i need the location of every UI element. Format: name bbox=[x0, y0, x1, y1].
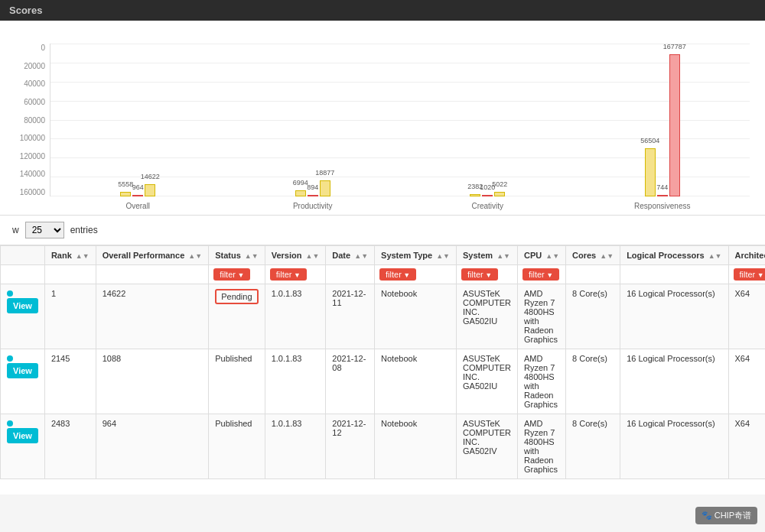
bar-1-0: 6994 bbox=[295, 190, 306, 196]
col-header-rank: Rank ▲▼ bbox=[44, 246, 96, 265]
table-header-row: Rank ▲▼ Overall Performance ▲▼ Status ▲▼… bbox=[1, 246, 766, 265]
chart-group-label: Productivity bbox=[293, 202, 333, 210]
filter-cpu: filter bbox=[517, 265, 565, 284]
filter-version-btn[interactable]: filter bbox=[270, 268, 307, 281]
filter-arch-btn[interactable]: filter bbox=[734, 268, 766, 281]
chart-group-bars: 555896414622 bbox=[120, 184, 155, 196]
bar-3-0: 56504 bbox=[645, 148, 656, 196]
entries-select[interactable]: 10 25 50 100 bbox=[25, 222, 64, 238]
chart-container: 160000 140000 120000 100000 80000 60000 … bbox=[15, 28, 750, 196]
cell-logical: 16 Logical Processor(s) bbox=[620, 284, 728, 349]
table-row: View2483964Published1.0.1.832021-12-12No… bbox=[1, 414, 766, 479]
cell-performance: 14622 bbox=[96, 284, 209, 349]
table-wrapper: Rank ▲▼ Overall Performance ▲▼ Status ▲▼… bbox=[0, 245, 765, 495]
chart-group-label: Responsiveness bbox=[634, 202, 690, 210]
cell-actions: View bbox=[1, 284, 45, 349]
cell-architecture: X64 bbox=[728, 284, 765, 349]
view-button[interactable]: View bbox=[7, 428, 38, 443]
view-button[interactable]: View bbox=[7, 363, 38, 378]
system-sort-icon[interactable]: ▲▼ bbox=[496, 252, 510, 260]
cell-cores: 8 Core(s) bbox=[566, 349, 620, 414]
filter-status-btn[interactable]: filter bbox=[213, 268, 250, 281]
bar-label: 6994 bbox=[293, 179, 308, 187]
rank-sort-icon[interactable]: ▲▼ bbox=[76, 252, 90, 260]
cpu-sort-icon[interactable]: ▲▼ bbox=[545, 252, 559, 260]
controls-row: w 10 25 50 100 entries bbox=[0, 216, 765, 245]
bar-2-2: 5022 bbox=[494, 192, 505, 196]
cell-rank: 2483 bbox=[44, 414, 96, 479]
filter-type: filter bbox=[375, 265, 457, 284]
col-header-version: Version ▲▼ bbox=[265, 246, 326, 265]
col-header-actions bbox=[1, 246, 45, 265]
bar-3-1: 744 bbox=[657, 195, 668, 196]
bar-1-2: 18877 bbox=[320, 180, 330, 196]
results-table: Rank ▲▼ Overall Performance ▲▼ Status ▲▼… bbox=[0, 245, 765, 479]
chart-group-responsiveness: 56504744167787Responsiveness bbox=[575, 44, 750, 196]
type-sort-icon[interactable]: ▲▼ bbox=[436, 252, 450, 260]
filter-logical bbox=[620, 265, 728, 284]
col-header-type: System Type ▲▼ bbox=[375, 246, 457, 265]
chart-group-overall: 555896414622Overall bbox=[50, 44, 226, 196]
filter-system: filter bbox=[456, 265, 517, 284]
bar-label: 964 bbox=[132, 183, 144, 191]
chart-section: 160000 140000 120000 100000 80000 60000 … bbox=[0, 21, 765, 216]
status-sort-icon[interactable]: ▲▼ bbox=[245, 252, 259, 260]
chart-group-label: Overall bbox=[125, 202, 150, 210]
bar-2-0: 2382 bbox=[470, 194, 480, 196]
filter-type-btn[interactable]: filter bbox=[379, 268, 416, 281]
perf-sort-icon[interactable]: ▲▼ bbox=[188, 252, 202, 260]
chart-y-axis: 160000 140000 120000 100000 80000 60000 … bbox=[15, 44, 50, 196]
cell-performance: 964 bbox=[96, 414, 209, 479]
table-row: View21451088Published1.0.1.832021-12-08N… bbox=[1, 349, 766, 414]
filter-performance bbox=[96, 265, 209, 284]
filter-actions bbox=[1, 265, 45, 284]
cell-system: ASUSTeK COMPUTER INC. GA502IU bbox=[456, 349, 517, 414]
chart-group-bars: 56504744167787 bbox=[645, 54, 680, 196]
col-header-date: Date ▲▼ bbox=[326, 246, 375, 265]
chart-group-bars: 238210205022 bbox=[470, 192, 505, 196]
col-header-cores: Cores ▲▼ bbox=[566, 246, 620, 265]
col-header-system: System ▲▼ bbox=[456, 246, 517, 265]
cores-sort-icon[interactable]: ▲▼ bbox=[600, 252, 614, 260]
cell-cpu: AMD Ryzen 7 4800HS with Radeon Graphics bbox=[517, 284, 565, 349]
cell-status: Published bbox=[209, 349, 265, 414]
cell-version: 1.0.1.83 bbox=[265, 284, 326, 349]
filter-cores bbox=[566, 265, 620, 284]
filter-version: filter bbox=[265, 265, 326, 284]
bar-label: 167787 bbox=[663, 43, 686, 50]
bar-label: 14622 bbox=[141, 173, 160, 180]
col-header-logical: Logical Processors ▲▼ bbox=[620, 246, 728, 265]
top-bar-title: Scores bbox=[9, 5, 42, 16]
bar-label: 5022 bbox=[492, 180, 507, 188]
table-row: View114622Pending1.0.1.832021-12-11Noteb… bbox=[1, 284, 766, 349]
cell-status: Published bbox=[209, 414, 265, 479]
cell-cores: 8 Core(s) bbox=[566, 284, 620, 349]
bar-0-1: 964 bbox=[132, 195, 143, 196]
show-label: w bbox=[12, 225, 19, 235]
cell-architecture: X64 bbox=[728, 414, 765, 479]
bar-1-1: 894 bbox=[308, 195, 318, 196]
chart-group-creativity: 238210205022Creativity bbox=[400, 44, 575, 196]
view-button[interactable]: View bbox=[7, 298, 38, 313]
version-sort-icon[interactable]: ▲▼ bbox=[305, 252, 319, 260]
chart-group-productivity: 699489418877Productivity bbox=[226, 44, 401, 196]
cell-actions: View bbox=[1, 414, 45, 479]
view-dot bbox=[7, 290, 13, 297]
date-sort-icon[interactable]: ▲▼ bbox=[354, 252, 368, 260]
cell-logical: 16 Logical Processor(s) bbox=[620, 349, 728, 414]
filter-status: filter bbox=[209, 265, 265, 284]
view-dot bbox=[7, 355, 13, 362]
table-body: View114622Pending1.0.1.832021-12-11Noteb… bbox=[1, 284, 766, 479]
cell-cpu: AMD Ryzen 7 4800HS with Radeon Graphics bbox=[517, 349, 565, 414]
bar-label: 894 bbox=[307, 183, 318, 191]
filter-cpu-btn[interactable]: filter bbox=[522, 268, 559, 281]
chart-bars-area: 555896414622Overall699489418877Productiv… bbox=[50, 44, 750, 196]
cell-version: 1.0.1.83 bbox=[265, 349, 326, 414]
filter-system-btn[interactable]: filter bbox=[461, 268, 498, 281]
cell-date: 2021-12-08 bbox=[326, 349, 375, 414]
cell-system-type: Notebook bbox=[375, 414, 457, 479]
cell-logical: 16 Logical Processor(s) bbox=[620, 414, 728, 479]
filter-arch: filter bbox=[728, 265, 765, 284]
bar-0-2: 14622 bbox=[145, 184, 155, 196]
logical-sort-icon[interactable]: ▲▼ bbox=[708, 252, 722, 260]
